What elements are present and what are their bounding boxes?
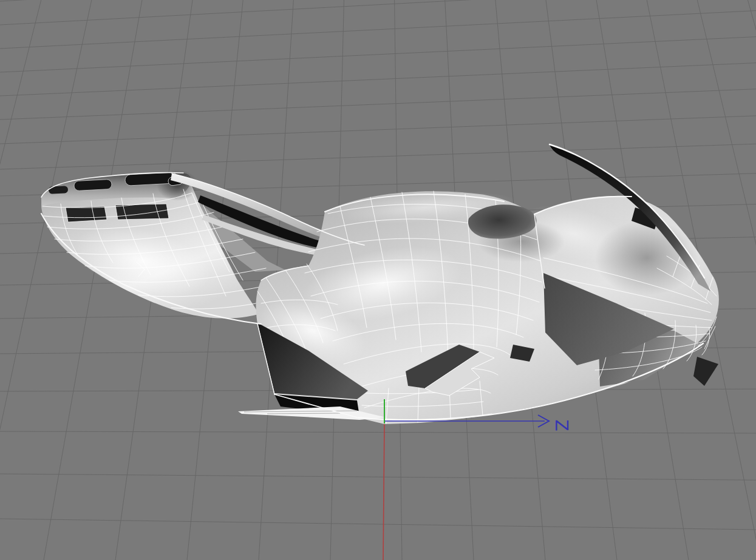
fairing-model[interactable] (41, 144, 719, 424)
nose-notch (693, 357, 718, 386)
axis-z-label: Z (551, 419, 571, 431)
viewport[interactable]: Z (0, 0, 756, 560)
viewport-canvas[interactable]: Z (0, 0, 756, 560)
axis-x-line (383, 424, 384, 560)
